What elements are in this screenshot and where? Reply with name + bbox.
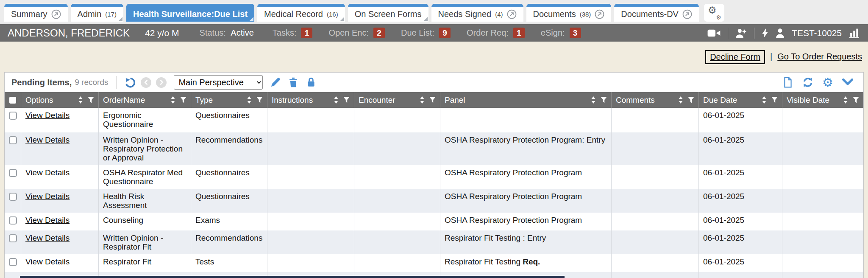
undo-icon[interactable] bbox=[125, 77, 136, 88]
open-in-new-icon[interactable] bbox=[595, 9, 604, 19]
filter-icon[interactable] bbox=[87, 96, 95, 104]
encounter-cell bbox=[354, 132, 440, 165]
tab-documents-dv[interactable]: Documents-DV bbox=[614, 4, 699, 22]
filter-icon[interactable] bbox=[180, 96, 187, 104]
row-checkbox[interactable] bbox=[9, 216, 17, 225]
decline-form-link[interactable]: Decline Form bbox=[705, 50, 765, 64]
tab-settings-button[interactable]: ⚙⚙ bbox=[704, 4, 724, 22]
column-header[interactable]: Options bbox=[21, 92, 99, 108]
gear-icon[interactable]: ⚙ bbox=[822, 76, 833, 89]
filter-icon[interactable] bbox=[256, 96, 263, 104]
bar-chart-icon[interactable] bbox=[849, 28, 860, 38]
tab-count: (4) bbox=[495, 11, 503, 18]
visible-date-cell bbox=[782, 189, 863, 213]
order-name-cell: Ergonomic Questionnaire bbox=[99, 108, 191, 132]
filter-icon[interactable] bbox=[771, 96, 778, 104]
column-label: Options bbox=[25, 95, 78, 105]
filter-icon[interactable] bbox=[687, 96, 695, 104]
view-details-link[interactable]: View Details bbox=[25, 192, 70, 201]
row-checkbox[interactable] bbox=[9, 136, 17, 144]
sort-icon[interactable] bbox=[591, 96, 596, 104]
sort-icon[interactable] bbox=[678, 96, 683, 104]
comments-cell bbox=[612, 132, 699, 165]
prev-perspective-button[interactable] bbox=[141, 77, 151, 88]
sort-icon[interactable] bbox=[170, 96, 175, 104]
open-in-new-icon[interactable] bbox=[51, 9, 61, 19]
filter-icon[interactable] bbox=[852, 96, 860, 104]
sort-icon[interactable] bbox=[762, 96, 767, 104]
filter-icon[interactable] bbox=[343, 96, 350, 104]
delete-icon[interactable] bbox=[288, 77, 299, 88]
row-checkbox[interactable] bbox=[9, 234, 17, 242]
row-checkbox[interactable] bbox=[9, 193, 17, 201]
column-header[interactable]: Panel bbox=[440, 92, 612, 108]
patient-age-sex: 42 y/o M bbox=[145, 28, 179, 38]
stat: Due List: 9 bbox=[401, 28, 451, 38]
column-label: Visible Date bbox=[787, 95, 843, 105]
view-details-link[interactable]: View Details bbox=[25, 216, 70, 225]
tab-summary[interactable]: Summary bbox=[4, 4, 68, 22]
column-label: Type bbox=[195, 95, 247, 105]
comments-cell bbox=[612, 213, 699, 230]
video-camera-icon[interactable] bbox=[707, 28, 721, 38]
chevron-left-icon bbox=[143, 79, 149, 85]
row-checkbox[interactable] bbox=[9, 258, 17, 266]
view-details-link[interactable]: View Details bbox=[25, 168, 70, 177]
perspective-select[interactable]: Main Perspective bbox=[174, 75, 263, 90]
view-details-link[interactable]: View Details bbox=[25, 135, 70, 144]
row-select-cell bbox=[5, 132, 21, 165]
sort-icon[interactable] bbox=[247, 96, 252, 104]
user-icon[interactable] bbox=[776, 28, 785, 38]
column-header[interactable]: Due Date bbox=[699, 92, 782, 108]
sort-icon[interactable] bbox=[420, 96, 425, 104]
visible-date-cell bbox=[782, 108, 863, 132]
tab-documents[interactable]: Documents (38) bbox=[526, 4, 612, 22]
order-name-cell: Written Opinion - Respirator Fit bbox=[99, 230, 191, 254]
tab-admin[interactable]: Admin (17) bbox=[71, 4, 123, 22]
tab-health-surveillance-due-list[interactable]: Health Surveillance:Due List bbox=[126, 4, 254, 22]
tab-on-screen-forms[interactable]: On Screen Forms bbox=[348, 4, 428, 22]
sort-icon[interactable] bbox=[334, 96, 339, 104]
panel-cell: OSHA Respiratory Protection Program bbox=[440, 213, 612, 230]
due-date-cell: 06-01-2025 bbox=[699, 108, 782, 132]
row-checkbox[interactable] bbox=[9, 112, 17, 120]
lock-icon[interactable] bbox=[306, 77, 317, 88]
next-perspective-button[interactable] bbox=[156, 77, 167, 88]
stat-badge[interactable]: 1 bbox=[513, 28, 525, 38]
sort-icon[interactable] bbox=[843, 96, 848, 104]
filter-icon[interactable] bbox=[600, 96, 607, 104]
select-all-checkbox[interactable] bbox=[9, 97, 16, 104]
chevron-down-icon[interactable] bbox=[842, 77, 853, 88]
view-details-link[interactable]: View Details bbox=[25, 257, 70, 266]
stat-label: Tasks: bbox=[273, 28, 297, 38]
column-header[interactable]: Comments bbox=[612, 92, 699, 108]
stat-label: eSign: bbox=[541, 28, 565, 38]
column-header[interactable]: OrderName bbox=[99, 92, 191, 108]
tab-medical-record[interactable]: Medical Record (16) bbox=[257, 4, 345, 22]
horizontal-scrollbar-thumb[interactable] bbox=[20, 276, 565, 278]
add-user-icon[interactable] bbox=[735, 28, 747, 38]
edit-icon[interactable] bbox=[270, 77, 281, 88]
view-details-link[interactable]: View Details bbox=[25, 233, 70, 242]
view-details-link[interactable]: View Details bbox=[25, 111, 70, 120]
tab-needs-signed[interactable]: Needs Signed (4) bbox=[431, 4, 523, 22]
tab-count: (16) bbox=[327, 11, 338, 18]
comments-cell bbox=[612, 189, 699, 213]
sort-icon[interactable] bbox=[78, 96, 83, 104]
column-header[interactable]: Encounter bbox=[354, 92, 440, 108]
go-to-order-requests-link[interactable]: Go To Order Requests bbox=[777, 50, 862, 62]
filter-icon[interactable] bbox=[429, 96, 436, 104]
refresh-icon[interactable] bbox=[802, 77, 813, 88]
stat-badge[interactable]: 9 bbox=[439, 28, 451, 38]
column-header[interactable]: Type bbox=[191, 92, 267, 108]
column-header[interactable]: Instructions bbox=[267, 92, 354, 108]
stat-badge[interactable]: 2 bbox=[373, 28, 385, 38]
stat-badge[interactable]: 3 bbox=[570, 28, 581, 38]
open-in-new-icon[interactable] bbox=[507, 9, 517, 19]
row-checkbox[interactable] bbox=[9, 169, 17, 177]
column-header[interactable]: Visible Date bbox=[782, 92, 863, 108]
open-in-new-icon[interactable] bbox=[682, 9, 692, 19]
stat-badge[interactable]: 1 bbox=[301, 28, 312, 38]
lightning-icon[interactable] bbox=[762, 28, 768, 38]
new-document-icon[interactable] bbox=[782, 77, 793, 88]
